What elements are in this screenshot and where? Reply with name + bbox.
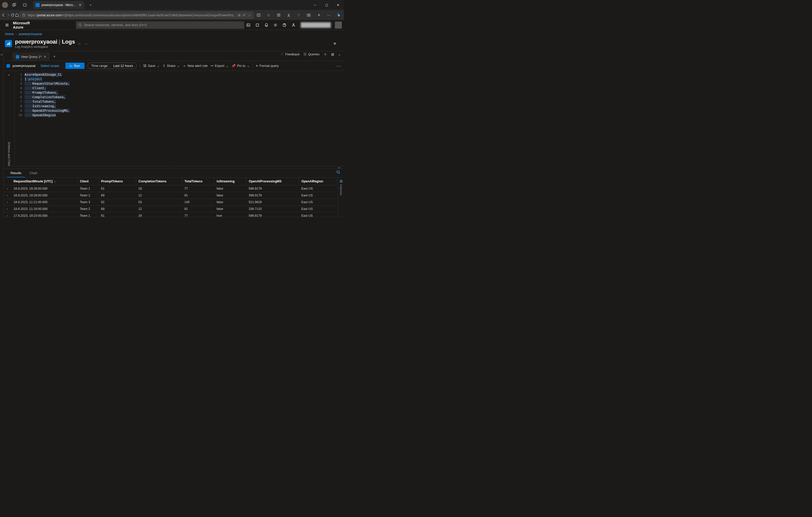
new-tab-button[interactable]: ＋	[86, 0, 95, 10]
query-tab-active[interactable]: New Query 1* ✕	[12, 53, 50, 61]
downloads-icon[interactable]	[284, 10, 293, 20]
table-row[interactable]: ›18.8.2023, 11:21:00.000Team 39253145fal…	[3, 199, 336, 206]
format-query-button[interactable]: ≡Format query	[256, 64, 279, 68]
browser-tab[interactable]: powerproxyaoai - Microsoft Azu ✕	[33, 1, 84, 9]
bing-icon[interactable]	[334, 10, 343, 20]
expand-row-icon[interactable]: ›	[3, 206, 11, 212]
save-button[interactable]: 🖫Save ⌄	[143, 64, 160, 68]
help-icon[interactable]	[280, 20, 289, 30]
expand-row-icon[interactable]: ›	[3, 185, 11, 192]
favorites-icon[interactable]: ✩	[264, 10, 273, 20]
profile-avatar[interactable]	[2, 2, 8, 8]
editor-code[interactable]: AzureOpenAIUsage_CL| project RequestStar…	[25, 72, 344, 164]
screenshot-icon[interactable]	[304, 10, 313, 20]
chart-tab[interactable]: Chart	[26, 169, 41, 177]
settings-gear-icon[interactable]	[271, 20, 280, 30]
column-header[interactable]: CompletionTokens	[136, 178, 182, 185]
breadcrumb: Home › powerproxyaoai	[0, 30, 344, 37]
query-tabs: New Query 1* ✕ ＋ ♡Feedback ☷Queries ▥ ⌄	[3, 51, 344, 61]
share-button[interactable]: ⇪Share ⌄	[163, 64, 180, 68]
address-input[interactable]: https://portal.azure.com/#@fdpo.onmicros…	[20, 11, 254, 19]
close-blade-button[interactable]: ✕	[331, 39, 339, 48]
feedback-link[interactable]: ♡Feedback	[281, 52, 299, 56]
azure-brand-label[interactable]: Microsoft Azure	[13, 21, 40, 29]
tab-close-icon[interactable]: ✕	[79, 3, 82, 7]
window-close[interactable]: ✕	[332, 0, 344, 10]
expand-row-icon[interactable]: ›	[3, 199, 11, 206]
column-header[interactable]: OpenAIRegion	[299, 178, 336, 185]
column-header[interactable]: TotalTokens	[182, 178, 214, 185]
workspaces-icon[interactable]	[10, 0, 19, 10]
svg-point-10	[308, 15, 309, 16]
export-button[interactable]: ↦Export ⌄	[211, 64, 229, 68]
table-row[interactable]: ›17.8.2023, 19:23:00.000Team 1611677true…	[3, 212, 336, 217]
query-editor[interactable]: 12345678910 AzureOpenAIUsage_CL| project…	[14, 71, 344, 166]
account-avatar[interactable]	[335, 22, 342, 29]
left-collapse-handle[interactable]: »	[0, 51, 3, 219]
more-icon[interactable]: ⋯	[84, 42, 88, 45]
nav-forward-button[interactable]	[6, 10, 10, 20]
nav-back-button[interactable]	[1, 10, 5, 20]
share-icon[interactable]	[314, 10, 323, 20]
performance-icon[interactable]: ♡	[294, 10, 303, 20]
collections-icon[interactable]	[274, 10, 283, 20]
results-tab[interactable]: Results	[7, 169, 25, 177]
new-alert-button[interactable]: ＋New alert rule	[183, 64, 207, 68]
cell: false	[214, 206, 246, 212]
add-query-tab-button[interactable]: ＋	[51, 54, 58, 61]
chevron-down-icon[interactable]: ⌄	[338, 52, 341, 56]
table-row[interactable]: ›18.8.2023, 19:28:00.000Team 1611677fals…	[3, 185, 336, 192]
scope-selector[interactable]: powerproxyaoai Select scope	[6, 64, 59, 68]
table-row[interactable]: ›18.8.2023, 11:16:00.000Team 2691281fals…	[3, 206, 336, 212]
columns-rail[interactable]: ▥ Columns	[338, 178, 344, 217]
expand-row-icon[interactable]: ›	[3, 212, 11, 217]
expand-row-icon[interactable]: ›	[3, 192, 11, 199]
account-info[interactable]	[298, 20, 333, 30]
column-header[interactable]: RequestStartMinute [UTC]↑↓	[11, 178, 78, 185]
column-header[interactable]: OpenAIProcessingMS	[246, 178, 299, 185]
window-maximize[interactable]: ▢	[321, 0, 332, 10]
portal-menu-button[interactable]	[2, 20, 12, 30]
copilot-icon[interactable]	[253, 20, 262, 30]
lock-icon	[22, 13, 26, 17]
window-minimize[interactable]: ─	[309, 0, 321, 10]
text-size-icon[interactable]: AA	[242, 13, 246, 17]
azure-search-input[interactable]: Search resources, services, and docs (G+…	[76, 21, 244, 29]
pin-button[interactable]: 📌Pin to ⌄	[232, 64, 250, 68]
breadcrumb-home[interactable]: Home	[5, 32, 14, 36]
breadcrumb-item[interactable]: powerproxyaoai	[19, 32, 42, 36]
cloud-shell-icon[interactable]	[244, 20, 253, 30]
svg-line-26	[339, 173, 340, 174]
notifications-icon[interactable]	[262, 20, 271, 30]
column-header[interactable]: PromptTokens	[98, 178, 136, 185]
browser-menu-icon[interactable]: ⋯	[324, 10, 333, 20]
app-mode-icon[interactable]: ⊞	[238, 13, 240, 17]
nav-refresh-button[interactable]	[10, 10, 14, 20]
pin-star-icon[interactable]: ☆	[78, 42, 81, 45]
expand-schema-icon[interactable]: »	[8, 73, 10, 77]
layout-icon[interactable]: ▥	[331, 52, 334, 56]
columns-icon: ▥	[340, 179, 343, 183]
favorite-star-icon[interactable]: ☆	[248, 13, 251, 17]
svg-point-14	[79, 24, 81, 26]
plus-icon: ＋	[183, 64, 186, 68]
schema-filter-panel[interactable]: » Schema and Filter	[3, 71, 14, 166]
cell: 53	[136, 199, 182, 206]
cell: East US	[299, 206, 336, 212]
table-row[interactable]: ›18.8.2023, 19:28:00.000Team 2691281fals…	[3, 192, 336, 199]
column-header[interactable]: Client	[78, 178, 98, 185]
results-splitter[interactable]: ⋯︽	[3, 166, 344, 169]
cell: Team 2	[78, 192, 98, 199]
column-header[interactable]: IsStreaming	[214, 178, 246, 185]
queries-link[interactable]: ☷Queries	[303, 52, 320, 56]
feedback-person-icon[interactable]	[289, 20, 298, 30]
time-range-picker[interactable]: Time range : Last 12 hours	[87, 63, 137, 69]
toolbar-more-icon[interactable]: ⋯	[336, 63, 341, 69]
results-search-icon[interactable]	[336, 170, 340, 174]
tab-actions-icon[interactable]	[21, 0, 29, 10]
nav-home-button[interactable]	[15, 10, 19, 20]
split-screen-icon[interactable]	[254, 10, 263, 20]
query-tab-close-icon[interactable]: ✕	[44, 55, 46, 59]
run-button[interactable]: ▷Run	[65, 63, 84, 69]
query-settings-icon[interactable]	[323, 53, 327, 56]
